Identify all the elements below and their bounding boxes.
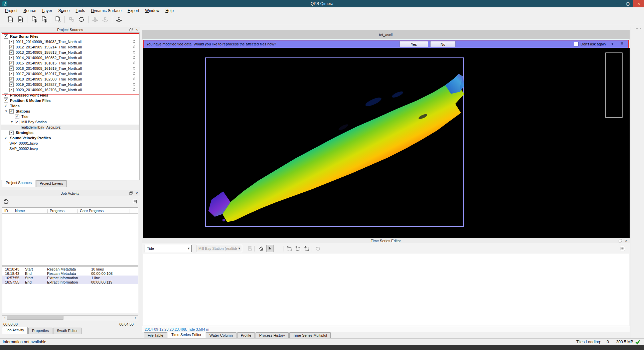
file-refresh-icon[interactable] [132, 66, 136, 70]
notification-close-icon[interactable]: × [621, 41, 623, 46]
tree-item[interactable]: ✓Tide [1, 114, 139, 119]
file-refresh-icon[interactable] [132, 50, 136, 54]
tree-item[interactable]: ✓0014_20140909_160352_True_North.all [1, 55, 139, 60]
file-refresh-icon[interactable] [132, 82, 136, 86]
menu-help[interactable]: Help [162, 8, 177, 14]
tree-checkbox[interactable]: ✓ [4, 34, 8, 39]
os-taskbar[interactable] [0, 345, 644, 350]
tree-item[interactable]: ✓Processed Point Files [1, 93, 139, 98]
tree-item[interactable]: ✓Tides [1, 103, 139, 109]
select-remove-icon[interactable] [294, 245, 302, 252]
tree-item[interactable]: ✓0016_20140909_161619_True_North.all [1, 66, 139, 71]
tree-item[interactable]: ✓0012_20140909_155214_True_North.all [1, 44, 139, 50]
file-refresh-icon[interactable] [132, 40, 136, 43]
tab-water-column[interactable]: Water Column [206, 332, 236, 339]
tree-checkbox[interactable]: ✓ [9, 61, 14, 65]
tree-checkbox[interactable]: ✓ [9, 50, 14, 55]
tree-checkbox[interactable]: ✓ [15, 115, 19, 119]
tree-item[interactable]: ✓Raw Sonar Files [1, 34, 139, 39]
menu-scene[interactable]: Scene [55, 8, 72, 14]
scroll-right-arrow-icon[interactable]: ► [134, 316, 138, 320]
scrollbar-thumb[interactable] [7, 316, 63, 320]
tree-checkbox[interactable]: ✓ [9, 66, 14, 71]
job-log-row[interactable]: 16:57:55StartExtract Information1 line [2, 276, 138, 280]
float-panel-icon[interactable] [129, 27, 133, 32]
file-refresh-icon[interactable] [132, 61, 136, 65]
tree-checkbox[interactable]: ✓ [9, 40, 14, 44]
tree-item[interactable]: ▼✓Stations [1, 109, 139, 114]
sounding-grid-export-icon[interactable] [115, 15, 123, 24]
series-type-combo[interactable]: Tide▼ [145, 245, 192, 252]
tree-checkbox[interactable]: ✓ [15, 120, 19, 124]
file-refresh-icon[interactable] [132, 56, 136, 59]
tab-time-series-editor[interactable]: Time Series Editor [168, 332, 205, 339]
toolbar-grip[interactable] [634, 28, 641, 29]
expand-arrow-icon[interactable]: ▼ [5, 110, 9, 113]
menu-source[interactable]: Source [20, 8, 39, 14]
expand-arrow-icon[interactable]: ▼ [10, 120, 15, 124]
file-refresh-icon[interactable] [132, 77, 136, 81]
file-refresh-icon[interactable] [132, 45, 136, 49]
tab-project-layers[interactable]: Project Layers [36, 180, 67, 187]
job-column-header[interactable]: Name [13, 209, 48, 213]
tab-file-table[interactable]: File Table [144, 332, 167, 339]
file-refresh-icon[interactable] [132, 72, 136, 75]
tree-checkbox[interactable]: ✓ [9, 45, 14, 49]
tree-item[interactable]: ✓0019_20140909_162527_True_North.all [1, 82, 139, 87]
scene-3d-view[interactable] [143, 48, 630, 238]
tree-item[interactable]: ✓0011_20140909_154032_True_North.all [1, 39, 139, 44]
toolbar-grip[interactable] [2, 16, 4, 23]
float-panel-icon[interactable] [129, 191, 133, 195]
add-raw-sonar-files-icon[interactable] [30, 15, 38, 24]
tree-checkbox[interactable]: ✓ [9, 131, 14, 135]
tree-checkbox[interactable]: ✓ [9, 72, 14, 76]
tide-chart-container[interactable] [143, 254, 629, 326]
tree-item[interactable]: SVP_00001.bsvp [1, 141, 139, 146]
tree-checkbox[interactable]: ✓ [4, 104, 8, 108]
auto-process-sync-icon[interactable] [77, 15, 86, 24]
tree-item[interactable]: ✓0017_20140909_162017_True_North.all [1, 71, 139, 76]
tree-item[interactable]: ✓Strategies [1, 130, 139, 135]
tree-item[interactable]: ✓Sound Velocity Profiles [1, 135, 139, 141]
tree-checkbox[interactable]: ✓ [9, 109, 14, 114]
scroll-left-arrow-icon[interactable]: ◄ [2, 316, 7, 320]
tree-item[interactable]: realtidemillbay_Ascii.xyz [1, 125, 139, 130]
tree-checkbox[interactable]: ✓ [9, 88, 14, 92]
tree-checkbox[interactable]: ✓ [4, 93, 8, 98]
tree-checkbox[interactable]: ✓ [9, 56, 14, 60]
magnify-icon[interactable] [275, 245, 282, 252]
menu-layer[interactable]: Layer [39, 8, 55, 14]
tab-swath-editor[interactable]: Swath Editor [53, 328, 81, 334]
close-panel-icon[interactable]: × [135, 27, 139, 32]
select-add-icon[interactable] [286, 245, 293, 252]
menu-project[interactable]: Project [2, 8, 20, 14]
close-panel-icon[interactable]: × [135, 191, 139, 195]
tree-item[interactable]: ✓Position & Motion Files [1, 98, 139, 103]
job-log-scrollbar[interactable]: ◄ ► [2, 315, 138, 320]
no-button[interactable]: No [430, 41, 456, 47]
tree-checkbox[interactable]: ✓ [4, 99, 8, 103]
job-log-row[interactable]: 16:18:43StartRescan Metadata10 lines [2, 267, 138, 271]
menu-window[interactable]: Window [142, 8, 163, 14]
tree-checkbox[interactable]: ✓ [9, 82, 14, 87]
menu-tools[interactable]: Tools [72, 8, 88, 14]
add-processed-point-files-icon[interactable] [40, 15, 48, 24]
tab-job-activity[interactable]: Job Activity [2, 327, 28, 334]
close-panel-icon[interactable]: × [624, 238, 628, 243]
home-icon[interactable] [258, 245, 265, 252]
tree-item[interactable]: ✓0020_20140909_162706_True_North.all [1, 87, 139, 93]
menu-export[interactable]: Export [125, 8, 142, 14]
tree-item[interactable]: SVP_00002.bsvp [1, 146, 139, 151]
tab-profile[interactable]: Profile [237, 332, 255, 339]
select-accept-icon[interactable] [303, 245, 310, 252]
tab-properties[interactable]: Properties [28, 328, 52, 334]
new-project-icon[interactable] [6, 15, 15, 24]
tree-item[interactable]: ✓0015_20140909_161015_True_North.all [1, 60, 139, 66]
tree-checkbox[interactable]: ✓ [4, 136, 8, 140]
refresh-jobs-icon[interactable] [3, 198, 9, 205]
tab-time-series-multiplot[interactable]: Time Series Multiplot [289, 332, 331, 339]
job-column-header[interactable]: Core Progress [78, 209, 130, 213]
tab-project-sources[interactable]: Project Sources [2, 180, 35, 187]
job-panel-menu-icon[interactable] [132, 199, 138, 204]
tab-process-history[interactable]: Process History [256, 332, 289, 339]
